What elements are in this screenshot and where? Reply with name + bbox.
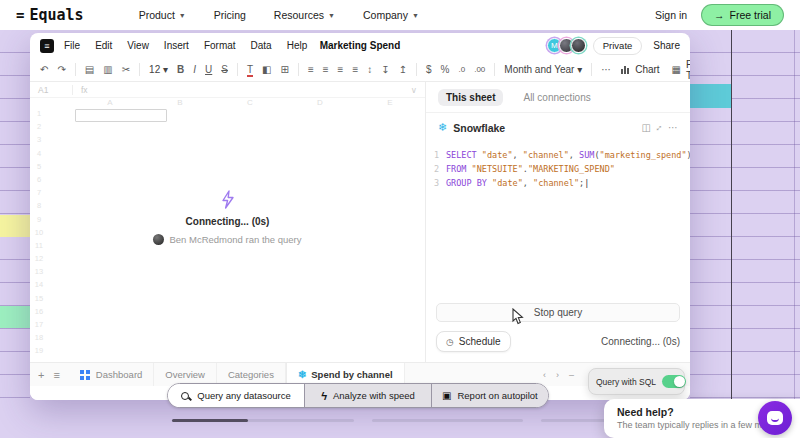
sql-toggle[interactable] <box>662 375 686 388</box>
row-number[interactable]: 1 <box>30 109 48 122</box>
column-header[interactable]: E <box>355 98 425 109</box>
redo-icon[interactable]: ↷ <box>57 65 65 75</box>
chevron-down-icon[interactable]: ∨ <box>411 85 417 95</box>
carousel-tab[interactable]: Query any datasource <box>168 384 305 407</box>
avatar[interactable] <box>571 38 586 53</box>
chat-launcher-button[interactable] <box>758 401 792 435</box>
app-menu-item[interactable]: View <box>127 40 149 51</box>
paste-icon[interactable]: ▤ <box>85 65 94 75</box>
column-header[interactable]: B <box>145 98 215 109</box>
decrease-decimal-icon[interactable]: .0 <box>459 66 466 74</box>
valign-middle-icon[interactable]: ↕ <box>367 65 372 75</box>
copy-icon[interactable]: ▥ <box>103 65 112 75</box>
row-number[interactable]: 18 <box>30 333 48 346</box>
selected-cell-outline[interactable] <box>75 109 167 122</box>
equals-logo[interactable]: = Equals <box>16 6 84 24</box>
text-color-icon[interactable]: T <box>247 65 253 75</box>
panel-tab[interactable]: All connections <box>515 89 598 106</box>
site-menu-item[interactable]: Company ▼ <box>363 9 419 21</box>
font-size-dropdown[interactable]: 12 ▾ <box>149 65 168 75</box>
site-menu-item[interactable]: Pricing ▼ <box>214 9 246 21</box>
toolbar-separator[interactable] <box>416 63 417 76</box>
row-number[interactable]: 19 <box>30 346 48 359</box>
cut-icon[interactable]: ✂ <box>122 65 130 75</box>
sheet-tab[interactable]: Dashboard <box>69 363 154 386</box>
app-menu-item[interactable]: Data <box>251 40 272 51</box>
toolbar-separator[interactable] <box>298 63 299 76</box>
row-number[interactable]: 4 <box>30 149 48 162</box>
column-header[interactable]: C <box>215 98 285 109</box>
overflow-menu-icon[interactable]: ⋯ <box>601 65 611 75</box>
free-trial-button[interactable]: → Free trial <box>701 4 784 26</box>
sign-in-link[interactable]: Sign in <box>655 9 687 21</box>
toolbar-separator[interactable] <box>591 63 592 76</box>
row-number[interactable]: 12 <box>30 254 48 267</box>
side-panel-icon[interactable]: ◫ <box>642 122 651 133</box>
increase-decimal-icon[interactable]: .00 <box>474 66 485 74</box>
toolbar-separator[interactable] <box>75 63 76 76</box>
cell-reference[interactable]: A1 <box>38 85 64 95</box>
app-menu-item[interactable]: File <box>64 40 80 51</box>
row-number[interactable]: 13 <box>30 267 48 280</box>
app-menu-item[interactable]: Insert <box>164 40 189 51</box>
collapse-icon[interactable]: – <box>569 370 574 380</box>
currency-icon[interactable]: $ <box>426 65 432 75</box>
private-button[interactable]: Private <box>593 37 643 55</box>
align-center-icon[interactable]: ≡ <box>323 65 329 75</box>
chart-button[interactable]: Chart <box>620 64 659 75</box>
undo-icon[interactable]: ↶ <box>40 65 48 75</box>
app-menu-item[interactable]: Format <box>204 40 236 51</box>
chat-widget[interactable]: Need help? The team typically replies in… <box>604 399 800 438</box>
bold-icon[interactable]: B <box>177 65 184 75</box>
schedule-button[interactable]: ◷ Schedule <box>436 331 511 352</box>
fill-color-icon[interactable]: ◧ <box>262 65 271 75</box>
spreadsheet-canvas[interactable]: A1 fx ∨ ABCDE 12345678910111213141516171… <box>30 82 425 362</box>
sheet-list-icon[interactable]: ≡ <box>53 369 59 381</box>
row-number[interactable]: 6 <box>30 175 48 188</box>
connections-panel: This sheetAll connections ❄ Snowflake ◫ … <box>425 82 690 362</box>
row-number[interactable]: 17 <box>30 320 48 333</box>
add-sheet-button[interactable]: + <box>38 369 44 381</box>
toolbar-separator[interactable] <box>494 63 495 76</box>
site-menu-item[interactable]: Product ▼ <box>139 9 186 21</box>
next-sheet-icon[interactable]: › <box>556 370 559 380</box>
strikethrough-icon[interactable]: S <box>221 65 228 75</box>
align-right-icon[interactable]: ≡ <box>338 65 344 75</box>
italic-icon[interactable]: I <box>193 65 196 75</box>
fx-icon[interactable]: fx <box>81 85 88 95</box>
row-number[interactable]: 3 <box>30 135 48 148</box>
valign-top-icon[interactable]: ↥ <box>399 65 407 75</box>
panel-bottom: ◷ Schedule Connecting... (0s) <box>436 331 680 352</box>
sql-editor[interactable]: 1 SELECT "date", "channel", SUM("marketi… <box>426 140 690 190</box>
app-menu-item[interactable]: Help <box>287 40 308 51</box>
row-number[interactable]: 16 <box>30 307 48 320</box>
expand-icon[interactable]: ↕ <box>654 122 665 133</box>
carousel-tab[interactable]: Report on autopilot <box>432 384 548 407</box>
borders-icon[interactable]: ⊞ <box>280 65 288 75</box>
align-left-icon[interactable]: ≡ <box>308 65 314 75</box>
site-menu-item[interactable]: Resources ▼ <box>274 9 335 21</box>
more-options-icon[interactable]: ⋯ <box>668 122 678 133</box>
column-header[interactable]: D <box>285 98 355 109</box>
column-header[interactable]: A <box>75 98 145 109</box>
carousel-tab[interactable]: Analyze with speed <box>305 384 432 407</box>
panel-tab[interactable]: This sheet <box>438 89 503 106</box>
row-number[interactable]: 2 <box>30 122 48 135</box>
app-logo-icon[interactable]: ≡ <box>40 39 54 53</box>
app-menu-item[interactable]: Edit <box>95 40 112 51</box>
valign-bottom-icon[interactable]: ↧ <box>381 65 389 75</box>
row-number[interactable]: 15 <box>30 294 48 307</box>
toolbar-separator[interactable] <box>237 63 238 76</box>
pivot-table-button[interactable]: ▦ Pivot Table <box>672 59 690 81</box>
connection-row[interactable]: ❄ Snowflake ◫ ↕ ⋯ <box>426 113 690 140</box>
text-wrap-icon[interactable]: ≡ <box>352 65 358 75</box>
percent-icon[interactable]: % <box>441 65 450 75</box>
number-format-dropdown[interactable]: Month and Year ▾ <box>504 65 582 75</box>
underline-icon[interactable]: U <box>205 65 212 75</box>
prev-sheet-icon[interactable]: ‹ <box>543 370 546 380</box>
stop-query-button[interactable]: Stop query <box>436 303 680 322</box>
row-number[interactable]: 14 <box>30 280 48 293</box>
share-button[interactable]: Share <box>653 40 680 51</box>
row-number[interactable]: 5 <box>30 162 48 175</box>
toolbar-separator[interactable] <box>139 63 140 76</box>
